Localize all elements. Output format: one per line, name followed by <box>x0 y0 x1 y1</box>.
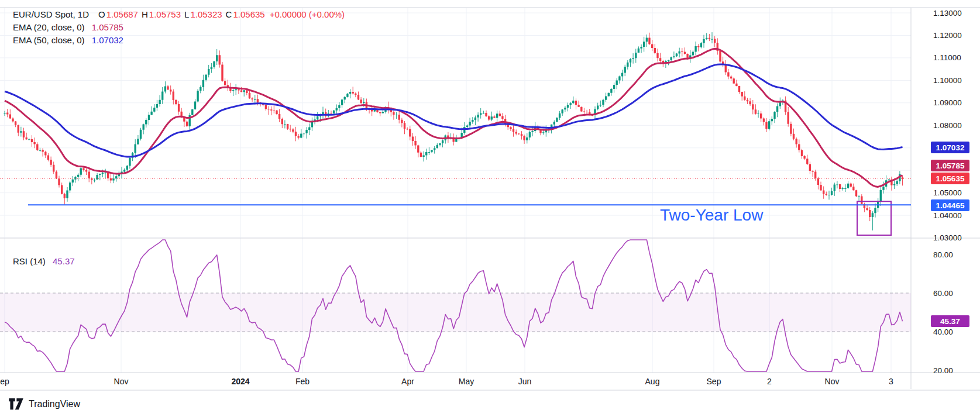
tradingview-chart: 1.130001.120001.110001.100001.090001.080… <box>0 0 980 420</box>
change-value: +0.00000 (+0.00%) <box>270 9 345 19</box>
time-axis-tick: 2 <box>767 377 772 386</box>
value-label-text: 1.07032 <box>936 143 965 152</box>
time-axis-tick: ep <box>0 377 9 386</box>
rsi-band <box>0 293 911 332</box>
symbol-title[interactable]: EUR/USD Spot, 1D <box>13 9 89 19</box>
value-label-text: 1.04465 <box>936 201 965 210</box>
time-axis[interactable]: epNov2024FebAprMayJunAugSep2Nov3 <box>0 377 893 386</box>
low-value: 1.05323 <box>190 9 222 19</box>
close-label: C <box>226 9 232 19</box>
rsi-value: 45.37 <box>53 256 75 266</box>
value-label-text: 45.37 <box>940 317 960 326</box>
symbol-legend: EUR/USD Spot, 1DO1.05687H1.05753L1.05323… <box>13 8 345 47</box>
price-axis-tick: 1.04000 <box>933 211 962 220</box>
rsi-axis-tick: 80.00 <box>933 250 953 259</box>
rsi-axis-tick: 20.00 <box>933 366 953 375</box>
rsi-legend: RSI (14) 45.37 <box>13 256 75 266</box>
time-axis-tick: Jun <box>518 377 532 386</box>
time-axis-tick: Feb <box>295 377 310 386</box>
price-axis-tick: 1.09000 <box>933 98 962 107</box>
low-label: L <box>184 9 189 19</box>
value-label-text: 1.05785 <box>936 161 965 170</box>
time-axis-tick: 2024 <box>231 377 249 386</box>
time-axis-tick: Nov <box>825 377 840 386</box>
price-axis-tick: 1.10000 <box>933 76 962 85</box>
high-value: 1.05753 <box>149 9 181 19</box>
legend-row-symbol: EUR/USD Spot, 1DO1.05687H1.05753L1.05323… <box>13 8 345 21</box>
ema-20-line[interactable] <box>5 49 903 187</box>
two-year-low-box[interactable] <box>857 201 891 235</box>
rsi-label[interactable]: RSI (14) <box>13 256 46 266</box>
price-axis-tick: 1.12000 <box>933 31 962 40</box>
time-axis-tick: 3 <box>889 377 893 386</box>
open-value: 1.05687 <box>106 9 138 19</box>
time-axis-tick: May <box>459 377 474 386</box>
panel-borders <box>0 8 980 390</box>
time-axis-tick: Sep <box>707 377 721 386</box>
candles[interactable] <box>5 32 903 230</box>
rsi-axis-tick: 40.00 <box>933 328 953 336</box>
ema20-value: 1.05785 <box>92 22 123 32</box>
high-label: H <box>142 9 148 19</box>
price-axis-tick: 1.11000 <box>933 53 961 62</box>
time-axis-tick: Nov <box>114 377 129 386</box>
ema50-label[interactable]: EMA (50, close, 0) <box>13 35 85 45</box>
open-label: O <box>98 9 105 19</box>
ema20-label[interactable]: EMA (20, close, 0) <box>13 22 85 32</box>
price-axis-tick: 1.13000 <box>933 9 962 18</box>
price-axis-tick: 1.03000 <box>933 233 962 242</box>
brand-text: TradingView <box>29 399 80 409</box>
legend-row-ema50: EMA (50, close, 0) 1.07032 <box>13 34 345 47</box>
price-axis-tick: 1.05000 <box>933 188 962 197</box>
footer: TradingView <box>8 398 80 410</box>
time-axis-tick: Aug <box>645 377 660 386</box>
ema50-value: 1.07032 <box>92 35 123 45</box>
time-axis-tick: Apr <box>401 377 414 386</box>
candle-wicks-up <box>5 32 900 230</box>
price-axis[interactable]: 1.130001.120001.110001.100001.090001.080… <box>931 9 969 375</box>
rsi-axis-tick: 60.00 <box>933 289 953 298</box>
two-year-low-annotation: Two-Year Low <box>660 206 763 225</box>
chart-canvas[interactable]: 1.130001.120001.110001.100001.090001.080… <box>0 0 980 420</box>
legend-row-ema20: EMA (20, close, 0) 1.05785 <box>13 21 345 34</box>
tradingview-logo-icon[interactable] <box>8 398 24 410</box>
value-label-text: 1.05635 <box>936 174 965 183</box>
close-value: 1.05635 <box>233 9 264 19</box>
price-axis-tick: 1.08000 <box>933 121 962 130</box>
